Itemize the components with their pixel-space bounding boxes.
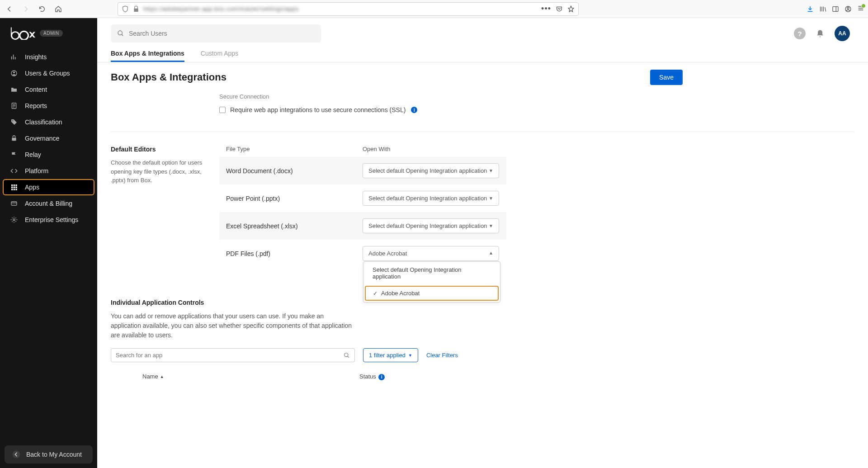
account-icon[interactable] bbox=[844, 5, 852, 13]
url-text: https://adobepartner.app.box.com/master/… bbox=[143, 5, 299, 12]
shield-icon bbox=[122, 5, 129, 13]
menu-button[interactable] bbox=[857, 5, 864, 14]
svg-point-3 bbox=[20, 31, 28, 40]
dropdown-option-acrobat[interactable]: ✓Adobe Acrobat bbox=[365, 286, 499, 301]
grid-icon bbox=[10, 183, 18, 191]
ssl-label: Require web app integrations to use secu… bbox=[230, 106, 406, 113]
filter-button[interactable]: 1 filter applied▼ bbox=[363, 348, 418, 362]
chevron-left-circle-icon bbox=[12, 450, 21, 459]
dropdown-option-default[interactable]: Select default Opening Integration appli… bbox=[363, 262, 500, 284]
sidebar-item-insights[interactable]: Insights bbox=[0, 49, 97, 65]
clear-filters-link[interactable]: Clear Filters bbox=[426, 352, 458, 359]
col-header-status: Status i bbox=[359, 373, 385, 380]
forward-button[interactable] bbox=[19, 2, 33, 16]
svg-point-7 bbox=[12, 120, 13, 121]
tab-box-apps[interactable]: Box Apps & Integrations bbox=[111, 46, 184, 62]
code-icon bbox=[10, 167, 18, 175]
notifications-icon[interactable] bbox=[816, 29, 825, 38]
back-to-account-button[interactable]: Back to My Account bbox=[5, 445, 93, 463]
sidebar-item-label: Governance bbox=[25, 135, 59, 142]
svg-rect-17 bbox=[15, 189, 17, 190]
tag-icon bbox=[10, 118, 18, 126]
sidebar-item-content[interactable]: Content bbox=[0, 81, 97, 98]
chart-icon bbox=[10, 53, 18, 61]
main-content: ? AA Box Apps & Integrations Custom Apps… bbox=[97, 18, 868, 468]
dropdown-menu: Select default Opening Integration appli… bbox=[363, 261, 500, 303]
sidebar-icon[interactable] bbox=[832, 5, 839, 13]
sidebar-item-reports[interactable]: Reports bbox=[0, 98, 97, 114]
search-icon bbox=[117, 30, 124, 37]
sidebar-item-label: Users & Groups bbox=[25, 70, 70, 77]
home-button[interactable] bbox=[52, 2, 65, 16]
iac-description: You can add or remove applications that … bbox=[111, 312, 355, 340]
library-icon[interactable] bbox=[819, 5, 826, 13]
col-header-name[interactable]: Name ▲ bbox=[142, 373, 359, 380]
reload-button[interactable] bbox=[35, 2, 49, 16]
file-type-label: Word Document (.docx) bbox=[226, 167, 363, 175]
svg-point-5 bbox=[13, 71, 15, 73]
lock-icon bbox=[10, 134, 18, 142]
sidebar-item-governance[interactable]: Governance bbox=[0, 130, 97, 147]
ssl-checkbox[interactable] bbox=[219, 107, 226, 113]
svg-rect-13 bbox=[14, 187, 15, 188]
tab-custom-apps[interactable]: Custom Apps bbox=[201, 46, 238, 62]
svg-rect-16 bbox=[14, 189, 15, 190]
chevron-down-icon: ▼ bbox=[408, 353, 412, 358]
info-icon[interactable]: i bbox=[378, 374, 385, 380]
sidebar-item-users[interactable]: Users & Groups bbox=[0, 65, 97, 81]
sidebar-item-apps[interactable]: Apps bbox=[3, 179, 94, 195]
help-button[interactable]: ? bbox=[794, 28, 806, 39]
sidebar-item-classification[interactable]: Classification bbox=[0, 114, 97, 130]
svg-point-19 bbox=[13, 219, 15, 221]
folder-icon bbox=[10, 85, 18, 94]
editor-row-docx: Word Document (.docx) Select default Ope… bbox=[219, 157, 506, 184]
svg-rect-10 bbox=[14, 184, 15, 186]
box-logo bbox=[10, 26, 35, 40]
downloads-icon[interactable] bbox=[807, 5, 814, 13]
reports-icon bbox=[10, 102, 18, 110]
sidebar: ADMIN Insights Users & Groups Content Re… bbox=[0, 18, 97, 468]
default-editors-heading: Default Editors bbox=[111, 146, 213, 153]
sidebar-item-billing[interactable]: Account & Billing bbox=[0, 195, 97, 212]
svg-rect-9 bbox=[11, 184, 13, 186]
info-icon[interactable]: i bbox=[411, 107, 417, 113]
sidebar-item-platform[interactable]: Platform bbox=[0, 163, 97, 179]
check-icon: ✓ bbox=[373, 290, 377, 297]
address-bar[interactable]: https://adobepartner.app.box.com/master/… bbox=[118, 2, 579, 16]
open-with-dropdown-pdf[interactable]: Adobe Acrobat▼ Select default Opening In… bbox=[363, 246, 499, 261]
more-icon[interactable]: ••• bbox=[541, 4, 551, 14]
card-icon bbox=[10, 199, 18, 208]
open-with-dropdown-docx[interactable]: Select default Opening Integration appli… bbox=[363, 163, 499, 178]
svg-rect-14 bbox=[15, 187, 17, 188]
sidebar-item-label: Content bbox=[25, 86, 47, 93]
svg-point-2 bbox=[847, 7, 849, 9]
back-button[interactable] bbox=[3, 2, 16, 16]
app-search-input[interactable] bbox=[116, 352, 344, 359]
sidebar-item-settings[interactable]: Enterprise Settings bbox=[0, 212, 97, 228]
sidebar-item-relay[interactable]: Relay bbox=[0, 147, 97, 163]
avatar[interactable]: AA bbox=[835, 26, 850, 41]
default-editors-description: Choose the default option for users open… bbox=[111, 158, 213, 185]
svg-rect-15 bbox=[11, 189, 13, 190]
page-title: Box Apps & Integrations bbox=[111, 71, 226, 83]
open-with-dropdown-pptx[interactable]: Select default Opening Integration appli… bbox=[363, 191, 499, 206]
chevron-down-icon: ▼ bbox=[489, 196, 493, 201]
search-users-input[interactable] bbox=[129, 30, 315, 37]
pocket-icon[interactable] bbox=[556, 5, 563, 13]
notification-dot bbox=[861, 4, 866, 8]
svg-rect-18 bbox=[11, 202, 17, 205]
gear-icon bbox=[10, 216, 18, 224]
lock-icon bbox=[132, 5, 140, 13]
app-search[interactable] bbox=[111, 348, 355, 362]
search-users[interactable] bbox=[111, 24, 321, 43]
editor-row-xlsx: Excel Spreadsheet (.xlsx) Select default… bbox=[219, 212, 506, 240]
sidebar-item-label: Relay bbox=[25, 151, 41, 158]
sidebar-item-label: Reports bbox=[25, 102, 47, 109]
save-button[interactable]: Save bbox=[650, 70, 683, 85]
secure-connection-section: Secure Connection Require web app integr… bbox=[219, 93, 854, 132]
secure-connection-heading: Secure Connection bbox=[219, 93, 854, 100]
bookmark-star-icon[interactable] bbox=[567, 5, 575, 13]
open-with-dropdown-xlsx[interactable]: Select default Opening Integration appli… bbox=[363, 218, 499, 233]
svg-rect-0 bbox=[833, 6, 838, 11]
sort-asc-icon: ▲ bbox=[160, 374, 164, 379]
